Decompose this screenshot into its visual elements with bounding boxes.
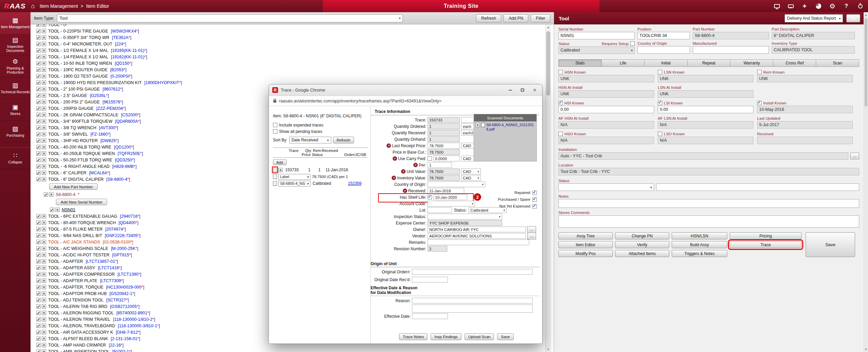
delete-icon[interactable]: × xyxy=(42,80,46,85)
refresh-button[interactable]: Refresh xyxy=(333,137,354,143)
delete-icon[interactable]: × xyxy=(42,330,46,334)
serial-doc-icon[interactable] xyxy=(273,181,277,186)
delete-icon[interactable]: × xyxy=(42,67,46,72)
breadcrumb-item-editor[interactable]: Item Editor xyxy=(86,3,109,9)
tab-stats[interactable]: Stats xyxy=(558,59,602,67)
trace-delete-icon[interactable]: × xyxy=(278,168,283,172)
tab-warranty[interactable]: Warranty xyxy=(730,59,773,67)
lsn-known-checkbox[interactable] xyxy=(658,70,662,74)
status2-field[interactable] xyxy=(656,183,859,191)
show-all-pending-traces-checkbox[interactable] xyxy=(273,129,277,134)
lot-input[interactable] xyxy=(428,207,452,213)
order-link[interactable]: 152359 xyxy=(348,181,368,186)
has-shelf-life-checkbox[interactable] xyxy=(428,195,432,199)
delete-icon[interactable]: × xyxy=(42,151,46,156)
scroll-up-icon[interactable]: ▲ xyxy=(864,12,868,18)
edit-icon[interactable] xyxy=(36,214,41,218)
delete-icon[interactable]: × xyxy=(42,272,46,276)
help-icon[interactable]: ? xyxy=(403,189,407,193)
edit-icon[interactable] xyxy=(36,330,41,334)
reason-field-2[interactable] xyxy=(412,305,533,313)
edit-icon[interactable] xyxy=(36,100,41,104)
delete-icon[interactable]: × xyxy=(42,278,46,283)
inventory-value-select[interactable]: CAD▾ xyxy=(461,175,481,181)
use-carry-fwd-input[interactable]: 0.0000 xyxy=(433,156,460,161)
tree-item[interactable]: ×TOOL - 1/2 FEMALE X 1/4 MAL[19165(KK-11… xyxy=(36,47,545,54)
edit-icon[interactable] xyxy=(36,304,41,309)
hsn-lsn-button[interactable]: HSN/LSN xyxy=(672,232,727,239)
tree-item[interactable]: ×TOOL - AMP, INSERTION TOOL[91002-1*] xyxy=(36,348,545,352)
delete-icon[interactable]: × xyxy=(42,220,46,225)
scrollbar-thumb[interactable] xyxy=(546,31,550,96)
edit-icon[interactable] xyxy=(36,317,41,321)
position-field[interactable]: TOOLCRIB 34 xyxy=(637,32,690,39)
hsn-known-checkbox[interactable] xyxy=(558,70,563,74)
hsi-known-field[interactable]: 0.00 xyxy=(558,106,654,113)
status2-select[interactable]: ▾ xyxy=(558,183,654,191)
delete-icon[interactable]: × xyxy=(42,298,46,302)
delete-icon[interactable]: × xyxy=(42,349,46,352)
delete-icon[interactable]: × xyxy=(42,138,46,143)
lsi-known-checkbox[interactable] xyxy=(658,101,662,105)
delete-icon[interactable]: × xyxy=(42,35,46,40)
item-editor-button[interactable]: Item Editor xyxy=(558,241,613,248)
tree-item[interactable]: ×TOOL - 0-4" MICROMETER, OUT[224*] xyxy=(36,41,545,47)
power-icon[interactable] xyxy=(856,2,865,11)
edit-icon[interactable] xyxy=(36,113,41,117)
edit-icon[interactable] xyxy=(36,35,41,40)
trace-doc-icon[interactable] xyxy=(273,168,277,172)
install-known-checkbox[interactable] xyxy=(757,101,762,105)
sidebar-item-stores[interactable]: ▣Stores xyxy=(0,99,31,121)
help-icon[interactable]: ? xyxy=(393,156,397,161)
delete-icon[interactable]: × xyxy=(42,171,46,175)
delete-icon[interactable]: × xyxy=(42,55,46,59)
edit-icon[interactable] xyxy=(36,171,41,175)
settings-icon[interactable] xyxy=(828,2,837,11)
add-pn-button[interactable]: Add PN xyxy=(504,14,528,22)
edit-icon[interactable] xyxy=(36,336,41,341)
pricing-button[interactable]: Pricing xyxy=(730,232,802,239)
edit-icon[interactable] xyxy=(50,208,54,212)
delete-icon[interactable]: × xyxy=(42,291,46,296)
edit-icon[interactable] xyxy=(36,42,41,46)
build-assy-button[interactable]: Build Assy xyxy=(672,241,727,248)
edit-icon[interactable] xyxy=(36,29,41,33)
edit-icon[interactable] xyxy=(36,125,41,130)
trace-button[interactable]: Trace xyxy=(730,241,802,248)
tree-item[interactable]: ×TOOL - 0-350FT 3/4" TORQ WR[TE352A*] xyxy=(36,34,545,41)
add-trace-button[interactable]: Add xyxy=(273,159,287,165)
triggers-notes-button[interactable]: Triggers & Notes xyxy=(672,250,727,257)
screens-icon[interactable] xyxy=(772,2,781,11)
delete-icon[interactable]: × xyxy=(42,266,46,270)
last-receipt-price-input[interactable]: 78.7500 xyxy=(428,143,460,149)
delete-icon[interactable]: × xyxy=(42,48,46,53)
delete-icon[interactable]: × xyxy=(42,125,46,130)
save-button[interactable]: Save xyxy=(497,333,513,340)
tree-item[interactable]: ×TOOL - 1/4 FEMALE X 1/2 MAL[19162(KK-11… xyxy=(36,54,545,60)
edit-icon[interactable] xyxy=(36,67,41,72)
rem-known-checkbox[interactable] xyxy=(757,70,762,74)
edit-icon[interactable] xyxy=(36,74,41,78)
edit-icon[interactable] xyxy=(36,259,41,263)
edit-icon[interactable] xyxy=(36,343,41,347)
manufactured-field[interactable] xyxy=(693,46,769,54)
save-button[interactable]: Save xyxy=(806,232,855,257)
change-pn-button[interactable]: Change PN xyxy=(615,232,669,239)
delete-icon[interactable]: × xyxy=(42,246,46,251)
sort-by-select[interactable]: Date Received▾ xyxy=(289,137,331,143)
tree-item[interactable]: ×TOOL - 10-50 INLB TORQ WREN[QD150*] xyxy=(36,60,545,66)
add-new-serial-number-button[interactable]: Add New Serial Number xyxy=(56,199,107,205)
tree-item[interactable]: ×TOOL - 10PC ROUTER GUIDE[B2053*] xyxy=(36,66,545,73)
hsi-known-checkbox[interactable] xyxy=(558,101,563,105)
edit-icon[interactable] xyxy=(36,177,41,181)
help-icon[interactable]: ? xyxy=(413,163,418,167)
edit-icon[interactable] xyxy=(36,80,41,85)
delete-icon[interactable]: × xyxy=(42,106,46,111)
address-bar[interactable]: raasais.aviationintertec.com/app/invento… xyxy=(269,96,542,106)
delete-icon[interactable]: × xyxy=(42,177,46,181)
lso-known-checkbox[interactable] xyxy=(658,132,662,136)
remarks-input[interactable] xyxy=(428,239,529,245)
delete-icon[interactable]: × xyxy=(42,311,46,315)
lsi-known-field[interactable]: 0.00 xyxy=(658,106,753,113)
tree-item[interactable]: ×TOOL - 0- xyxy=(36,24,545,28)
